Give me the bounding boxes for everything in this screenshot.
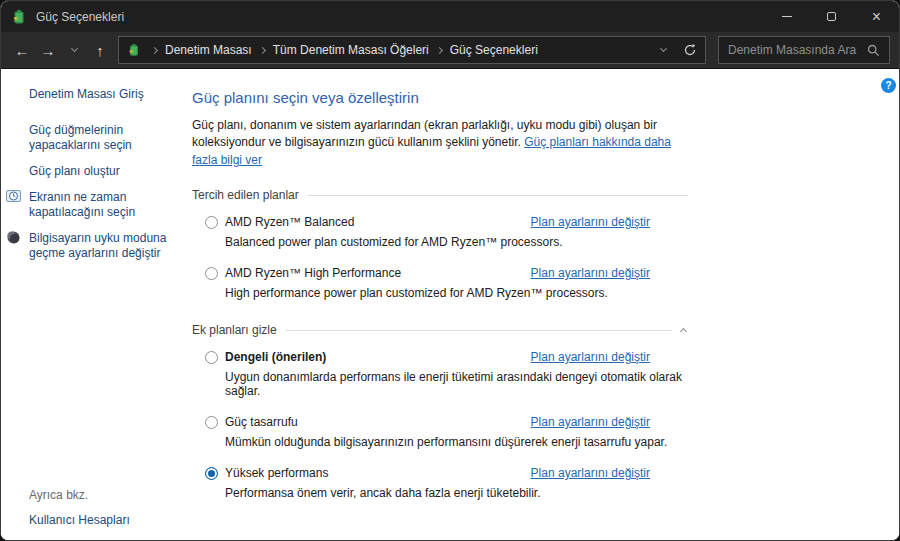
plan-description: Mümkün olduğunda bilgisayarınızın perfor… (192, 435, 688, 449)
search-icon[interactable] (867, 44, 880, 57)
address-bar[interactable]: Denetim Masası Tüm Denetim Masası Öğeler… (118, 36, 706, 64)
close-button[interactable]: × (854, 1, 899, 32)
power-options-app-icon (11, 9, 27, 25)
breadcrumb-all-items[interactable]: Tüm Denetim Masası Öğeleri (272, 43, 430, 57)
plan-name[interactable]: AMD Ryzen™ High Performance (225, 266, 401, 280)
plan-name[interactable]: Yüksek performans (225, 466, 328, 480)
plan-name[interactable]: Güç tasarrufu (225, 415, 298, 429)
plan-row-amd-balanced: AMD Ryzen™ Balanced Plan ayarlarını deği… (192, 215, 688, 249)
plan-description: Balanced power plan customized for AMD R… (192, 235, 688, 249)
change-plan-settings-link[interactable]: Plan ayarlarını değiştir (531, 415, 650, 429)
titlebar: Güç Seçenekleri × (1, 1, 899, 32)
navigation-bar: ← → ↑ Denetim Masası Tüm Denetim Masası … (1, 32, 899, 69)
see-also-section: Ayrıca bkz. Kullanıcı Hesapları (29, 488, 130, 527)
refresh-icon (683, 43, 697, 57)
back-icon: ← (15, 42, 30, 59)
preferred-plans-header: Tercih edilen planlar (192, 188, 688, 202)
refresh-button[interactable] (675, 37, 705, 63)
window-title: Güç Seçenekleri (36, 10, 124, 24)
search-box (718, 36, 890, 64)
radio-amd-high-performance[interactable] (205, 267, 218, 280)
main-panel: Güç planını seçin veya özelleştirin Güç … (186, 69, 688, 540)
minimize-button[interactable] (764, 1, 809, 32)
change-plan-settings-link[interactable]: Plan ayarlarını değiştir (531, 266, 650, 280)
breadcrumb-power-options[interactable]: Güç Seçenekleri (449, 43, 539, 57)
radio-balanced[interactable] (205, 351, 218, 364)
plan-row-high-performance: Yüksek performans Plan ayarlarını değişt… (192, 466, 688, 500)
sidebar-item-user-accounts[interactable]: Kullanıcı Hesapları (29, 513, 130, 527)
maximize-button[interactable] (809, 1, 854, 32)
maximize-icon (827, 12, 836, 21)
sidebar-item-label: Ekranın ne zaman kapatılacağını seçin (29, 190, 135, 219)
address-dropdown-button[interactable] (651, 37, 675, 63)
up-icon: ↑ (96, 42, 104, 59)
breadcrumb-control-panel[interactable]: Denetim Masası (164, 43, 253, 57)
breadcrumb-separator-icon (436, 46, 443, 53)
see-also-label: Ayrıca bkz. (29, 488, 130, 502)
radio-power-saver[interactable] (205, 416, 218, 429)
back-button[interactable]: ← (9, 36, 35, 64)
sidebar-item-power-buttons[interactable]: Güç düğmelerinin yapacaklarını seçin (29, 123, 181, 153)
sidebar-item-sleep-settings[interactable]: Bilgisayarın uyku moduna geçme ayarların… (29, 231, 181, 261)
power-options-breadcrumb-icon (127, 43, 141, 57)
group-title: Tercih edilen planlar (192, 188, 299, 202)
sidebar-item-control-panel-home[interactable]: Denetim Masası Giriş (29, 87, 186, 101)
forward-icon: → (41, 42, 56, 59)
sidebar-item-label: Bilgisayarın uyku moduna geçme ayarların… (29, 231, 166, 260)
change-plan-settings-link[interactable]: Plan ayarlarını değiştir (531, 215, 650, 229)
breadcrumb-separator-icon (259, 46, 266, 53)
sidebar-item-display-off[interactable]: Ekranın ne zaman kapatılacağını seçin (29, 190, 181, 220)
breadcrumb-separator-icon (151, 46, 158, 53)
plan-description: Performansa önem verir, ancak daha fazla… (192, 486, 688, 500)
forward-button[interactable]: → (35, 36, 61, 64)
plan-row-amd-high-performance: AMD Ryzen™ High Performance Plan ayarlar… (192, 266, 688, 300)
additional-plans-header: Ek planları gizle (192, 323, 688, 337)
close-icon: × (872, 9, 881, 25)
sidebar: Denetim Masası Giriş Güç düğmelerinin ya… (1, 69, 186, 540)
minimize-icon (782, 16, 792, 17)
sidebar-item-create-plan[interactable]: Güç planı oluştur (29, 164, 181, 179)
plan-name[interactable]: Dengeli (önerilen) (225, 350, 326, 364)
content-area: ? Denetim Masası Giriş Güç düğmelerinin … (1, 69, 899, 540)
help-icon: ? (885, 80, 891, 91)
display-clock-icon (6, 189, 21, 204)
page-title: Güç planını seçin veya özelleştirin (192, 89, 688, 106)
chevron-down-icon (659, 45, 666, 52)
plan-row-balanced: Dengeli (önerilen) Plan ayarlarını değiş… (192, 350, 688, 398)
plan-name[interactable]: AMD Ryzen™ Balanced (225, 215, 354, 229)
radio-high-performance[interactable] (205, 467, 218, 480)
group-divider (286, 330, 672, 331)
power-options-window: Güç Seçenekleri × ← → ↑ Denetim Masası T… (0, 0, 900, 541)
plan-description: High performance power plan customized f… (192, 286, 688, 300)
change-plan-settings-link[interactable]: Plan ayarlarını değiştir (531, 466, 650, 480)
window-controls: × (764, 1, 899, 32)
collapse-chevron-up-icon[interactable] (680, 328, 687, 335)
chevron-down-icon (70, 45, 77, 52)
intro-paragraph: Güç planı, donanım ve sistem ayarlarında… (192, 117, 684, 169)
plan-row-power-saver: Güç tasarrufu Plan ayarlarını değiştir M… (192, 415, 688, 449)
search-input[interactable] (719, 43, 863, 57)
change-plan-settings-link[interactable]: Plan ayarlarını değiştir (531, 350, 650, 364)
plan-description: Uygun donanımlarda performans ile enerji… (192, 370, 688, 398)
group-title: Ek planları gizle (192, 323, 277, 337)
up-button[interactable]: ↑ (87, 36, 113, 64)
radio-amd-balanced[interactable] (205, 216, 218, 229)
help-button[interactable]: ? (881, 78, 896, 93)
sleep-moon-icon (6, 230, 21, 245)
group-divider (308, 195, 688, 196)
recent-pages-button[interactable] (61, 36, 87, 64)
